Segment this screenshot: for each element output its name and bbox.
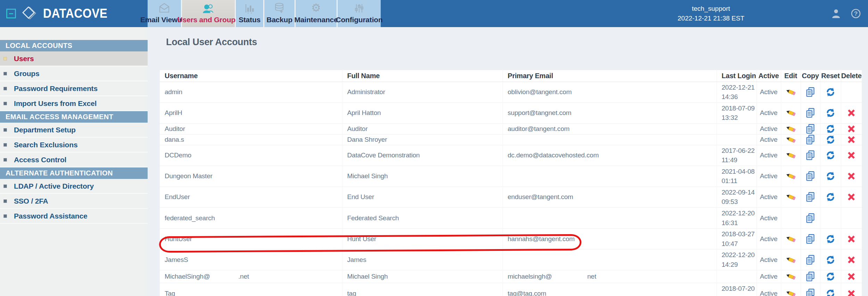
database-icon <box>274 1 286 14</box>
copy-icon[interactable] <box>805 271 815 282</box>
delete-icon[interactable] <box>847 193 855 201</box>
edit-icon[interactable] <box>786 234 796 244</box>
current-datetime: 2022-12-21 21:38 EST <box>678 14 744 24</box>
delete-icon[interactable] <box>847 256 855 264</box>
tab-configuration[interactable]: Configuration <box>338 0 381 27</box>
edit-icon[interactable] <box>786 124 796 134</box>
cell-last-login: 2021-04-08 01:11 <box>717 166 757 187</box>
edit-icon[interactable] <box>786 134 796 145</box>
cell-active-status: Active <box>757 166 781 187</box>
sidebar-item-import-users-from-excel[interactable]: Import Users from Excel <box>0 96 148 111</box>
reset-icon[interactable] <box>826 272 835 281</box>
sidebar-item-sso-2fa[interactable]: SSO / 2FA <box>0 194 148 209</box>
copy-icon[interactable] <box>805 150 815 161</box>
section-header-email-access-management: EMAIL ACCESS MANAGEMENT <box>0 111 148 123</box>
delete-icon[interactable] <box>847 109 855 117</box>
cell-full-name: Administrator <box>342 82 503 102</box>
copy-icon[interactable] <box>805 124 815 134</box>
delete-icon[interactable] <box>847 235 855 243</box>
sidebar-item-access-control[interactable]: Access Control <box>0 153 148 167</box>
cell-username: HuntUser <box>160 229 342 249</box>
edit-icon[interactable] <box>786 288 796 296</box>
bullet-icon <box>3 143 7 147</box>
reset-icon[interactable] <box>826 124 835 134</box>
table-row: federated_search Federated Search 2022-1… <box>160 207 862 228</box>
account-icon[interactable] <box>831 8 841 19</box>
copy-icon[interactable] <box>805 108 815 118</box>
tab-label: Backup <box>266 16 292 24</box>
tab-email-viewing[interactable]: Email Viewing <box>148 0 181 27</box>
reset-icon[interactable] <box>826 171 835 181</box>
copy-icon[interactable] <box>805 134 815 145</box>
col-full-name: Full Name <box>342 70 503 82</box>
col-last-login: Last Login <box>717 70 757 82</box>
sidebar-item-label: LDAP / Active Directory <box>14 182 94 190</box>
reset-icon[interactable] <box>826 289 835 296</box>
reset-icon[interactable] <box>826 150 835 160</box>
tab-maintenance[interactable]: ⚙ Maintenance <box>296 0 337 27</box>
edit-icon[interactable] <box>786 87 796 97</box>
cell-last-login: 2018-07-09 13:32 <box>717 102 757 123</box>
sidebar-item-groups[interactable]: Groups <box>0 66 148 81</box>
edit-icon[interactable] <box>786 192 796 202</box>
tab-status[interactable]: Status <box>236 0 263 27</box>
bullet-icon <box>3 72 7 75</box>
copy-icon[interactable] <box>805 255 815 265</box>
edit-icon[interactable] <box>786 150 796 161</box>
reset-icon[interactable] <box>826 255 835 265</box>
collapse-sidebar-icon[interactable] <box>6 9 16 18</box>
tab-users-and-groups[interactable]: Users and Groups <box>182 0 235 27</box>
table-row: DCDemo DataCove Demonstration dc.demo@da… <box>160 145 862 166</box>
col-delete: Delete <box>841 70 862 82</box>
cell-full-name: April Hatton <box>342 102 503 123</box>
edit-icon[interactable] <box>786 271 796 282</box>
copy-icon[interactable] <box>805 213 815 223</box>
cell-full-name: Auditor <box>342 123 503 134</box>
cell-username: Dungeon Master <box>160 166 342 187</box>
sidebar-item-label: Access Control <box>14 156 66 164</box>
reset-icon[interactable] <box>826 108 835 118</box>
bullet-icon <box>3 102 7 105</box>
copy-icon[interactable] <box>805 288 815 296</box>
reset-icon[interactable] <box>826 234 835 244</box>
reset-icon[interactable] <box>826 192 835 202</box>
delete-icon[interactable] <box>847 272 855 281</box>
table-row: dana.s Dana Shroyer Active <box>160 134 862 145</box>
copy-icon[interactable] <box>805 192 815 202</box>
cell-last-login <box>717 123 757 134</box>
cell-active-status: Active <box>757 123 781 134</box>
delete-icon[interactable] <box>847 135 855 144</box>
cell-username: admin <box>160 82 342 102</box>
edit-icon[interactable] <box>786 171 796 181</box>
edit-icon[interactable] <box>786 108 796 118</box>
col-active: Active <box>757 70 781 82</box>
sidebar-item-password-assistance[interactable]: Password Assistance <box>0 209 148 224</box>
sidebar-item-label: Password Requirements <box>14 84 98 93</box>
brand-area: DATACOVE <box>0 0 148 27</box>
reset-icon[interactable] <box>826 87 835 97</box>
tab-label: Maintenance <box>295 16 338 24</box>
tab-backup[interactable]: Backup <box>264 0 295 27</box>
sidebar-item-department-setup[interactable]: Department Setup <box>0 123 148 138</box>
cell-active-status: Active <box>757 283 781 296</box>
bullet-icon <box>3 214 7 218</box>
delete-icon[interactable] <box>847 151 855 159</box>
help-icon[interactable] <box>851 8 861 19</box>
delete-icon[interactable] <box>847 172 855 180</box>
bar-chart-icon <box>244 1 256 14</box>
cell-primary-email: tag@tag.com <box>503 283 717 296</box>
delete-icon[interactable] <box>847 289 855 296</box>
sidebar-item-users[interactable]: Users <box>0 51 148 66</box>
sidebar-item-search-exclusions[interactable]: Search Exclusions <box>0 138 148 153</box>
copy-icon[interactable] <box>805 87 815 97</box>
copy-icon[interactable] <box>805 171 815 181</box>
reset-icon[interactable] <box>826 135 835 145</box>
copy-icon[interactable] <box>805 234 815 244</box>
sliders-icon <box>353 1 365 14</box>
cell-primary-email: hannahs@tangent.com <box>503 229 717 249</box>
logged-in-username: tech_support <box>678 4 744 14</box>
delete-icon[interactable] <box>847 125 855 133</box>
sidebar-item-password-requirements[interactable]: Password Requirements <box>0 81 148 96</box>
sidebar-item-ldap-active-directory[interactable]: LDAP / Active Directory <box>0 179 148 194</box>
edit-icon[interactable] <box>786 255 796 265</box>
